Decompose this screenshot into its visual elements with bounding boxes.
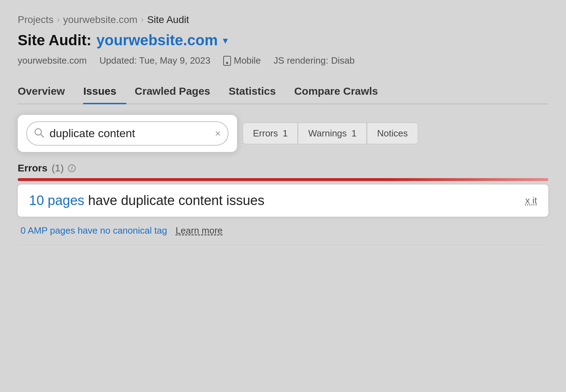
issue-text: 10 pages have duplicate content issues — [29, 193, 264, 208]
issue-pages-link[interactable]: 10 pages — [29, 193, 84, 208]
mobile-icon — [223, 56, 231, 66]
meta-device: Mobile — [223, 55, 261, 66]
domain-dropdown-icon[interactable]: ▾ — [223, 35, 228, 46]
page-title-label: Site Audit: — [18, 32, 91, 49]
meta-js-label: JS rendering: — [273, 55, 328, 66]
filter-warnings[interactable]: Warnings 1 — [298, 123, 367, 144]
errors-section: Errors (1) i 10 pages have duplicate con… — [18, 163, 548, 245]
breadcrumb-sep-1: › — [57, 15, 59, 24]
tab-statistics[interactable]: Statistics — [229, 81, 285, 104]
tabs-container: Overview Issues Crawled Pages Statistics… — [18, 80, 548, 104]
filter-pills: Errors 1 Warnings 1 Notices — [243, 123, 418, 144]
search-input-container: duplicate content × — [26, 121, 229, 146]
issue-row-duplicate-content: 10 pages have duplicate content issues x… — [18, 185, 548, 217]
meta-row: yourwebsite.com Updated: Tue, May 9, 202… — [18, 55, 548, 66]
filter-notices[interactable]: Notices — [367, 123, 418, 144]
search-box-wrapper: duplicate content × — [18, 115, 237, 152]
search-filter-row: duplicate content × Errors 1 Warnings 1 … — [18, 115, 548, 152]
page-title-domain[interactable]: yourwebsite.com — [96, 32, 218, 49]
search-value: duplicate content — [50, 127, 210, 140]
errors-label: Errors — [18, 163, 47, 174]
learn-more-link[interactable]: Learn more — [175, 225, 223, 236]
page-title-row: Site Audit: yourwebsite.com ▾ — [18, 32, 548, 49]
issue-description: have duplicate content issues — [84, 193, 264, 208]
breadcrumb-domain[interactable]: yourwebsite.com — [63, 14, 137, 25]
tab-crawled-pages[interactable]: Crawled Pages — [135, 81, 220, 104]
amp-canonical-link[interactable]: 0 AMP pages have no canonical tag — [21, 225, 167, 236]
tab-overview[interactable]: Overview — [18, 81, 75, 104]
meta-updated: Updated: Tue, May 9, 2023 — [99, 55, 210, 66]
breadcrumb: Projects › yourwebsite.com › Site Audit — [18, 14, 548, 25]
errors-progress-bar — [18, 178, 548, 181]
secondary-issue-row: 0 AMP pages have no canonical tag Learn … — [18, 217, 548, 245]
meta-domain: yourwebsite.com — [18, 55, 87, 66]
breadcrumb-current: Site Audit — [147, 14, 189, 25]
meta-js-value: Disab — [331, 55, 354, 66]
search-icon — [34, 128, 45, 140]
errors-count: (1) — [52, 163, 64, 174]
errors-info-icon[interactable]: i — [68, 164, 76, 172]
breadcrumb-sep-2: › — [141, 15, 144, 24]
tab-issues[interactable]: Issues — [83, 81, 126, 104]
svg-line-1 — [41, 134, 44, 137]
errors-header: Errors (1) i — [18, 163, 548, 174]
meta-js: JS rendering: Disab — [273, 55, 354, 66]
search-clear-button[interactable]: × — [215, 129, 221, 139]
tab-compare-crawls[interactable]: Compare Crawls — [294, 81, 388, 104]
content-area: duplicate content × Errors 1 Warnings 1 … — [18, 104, 548, 245]
filter-errors[interactable]: Errors 1 — [243, 123, 298, 144]
breadcrumb-projects[interactable]: Projects — [18, 14, 53, 25]
meta-device-label: Mobile — [234, 55, 261, 66]
fix-it-button[interactable]: x it — [525, 195, 537, 206]
